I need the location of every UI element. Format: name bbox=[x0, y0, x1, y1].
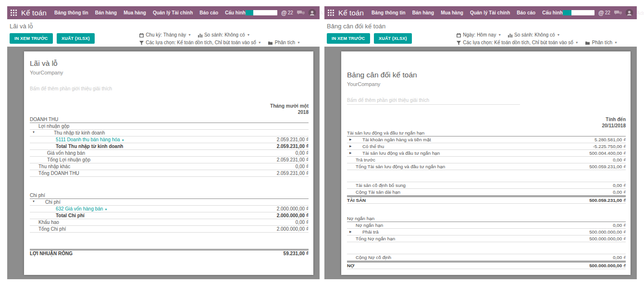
row-value: 0,00 ₫ bbox=[613, 157, 626, 162]
caret-right-icon[interactable]: ▶ bbox=[349, 144, 352, 148]
row-value: 0,00 ₫ bbox=[613, 189, 626, 195]
report-row: Chi phí bbox=[30, 192, 309, 199]
report-company: YourCompany bbox=[30, 70, 309, 75]
folder-icon bbox=[268, 41, 273, 45]
chevron-down-icon[interactable]: ▼ bbox=[104, 208, 107, 211]
report-row: Total Thu nhập từ kinh doanh2.059.231,00… bbox=[30, 143, 309, 150]
chevron-down-icon: ▼ bbox=[188, 31, 191, 39]
report-row: LỢI NHUẬN RÒNG59.231,00 ₫ bbox=[30, 249, 309, 257]
period-filter[interactable]: Chu kỳ: Tháng này▼ bbox=[139, 31, 191, 39]
avatar[interactable] bbox=[309, 9, 316, 16]
row-label: Cộng Tài sản dài hạn bbox=[347, 189, 400, 195]
report-row: Nợ ngắn hạn bbox=[347, 215, 626, 222]
comparison-filter[interactable]: So sánh: Không có▼ bbox=[508, 31, 560, 39]
action-row: IN XEM TRƯỚC XUẤT (XLSX) Chu kỳ: Tháng n… bbox=[7, 31, 320, 47]
caret-right-icon[interactable]: ▶ bbox=[349, 230, 352, 233]
window-balance-sheet: Kế toán Bảng thông tin Bán hàng Mua hàng… bbox=[324, 6, 637, 279]
options-filter[interactable]: Các lựa chọn: Kế toán dồn tích, Chỉ bút … bbox=[139, 39, 261, 47]
messages-icon[interactable] bbox=[297, 10, 305, 16]
export-xlsx-button[interactable]: XUẤT (XLSX) bbox=[374, 33, 412, 44]
menu-reports[interactable]: Báo cáo bbox=[199, 10, 218, 15]
apps-menu-icon[interactable] bbox=[328, 10, 334, 16]
row-value: 500.059.231,00 ₫ bbox=[589, 198, 626, 203]
chevron-down-icon: ▼ bbox=[557, 31, 560, 39]
caret-down-icon[interactable]: ▼ bbox=[32, 200, 35, 203]
menu-sales[interactable]: Bán hàng bbox=[412, 10, 434, 15]
report-row: NỢ500.000.000,00 ₫ bbox=[347, 261, 626, 269]
chevron-down-icon: ▼ bbox=[614, 39, 618, 47]
row-label: Tổng Lợi nhuận gộp bbox=[30, 157, 90, 162]
row-label: Tổng Nợ ngắn hạn bbox=[347, 236, 395, 241]
filters: Ngày: Hôm nay▼ So sánh: Không có▼ Các lự… bbox=[457, 31, 618, 47]
options-filter[interactable]: Các lựa chọn: Kế toán dồn tích, Chỉ bút … bbox=[457, 39, 579, 47]
avatar[interactable] bbox=[626, 9, 633, 16]
row-label: Tổng DOANH THU bbox=[30, 171, 79, 176]
account-link[interactable]: 632 Giá vốn hàng bán▼ bbox=[30, 206, 107, 211]
report-row: Giá vốn hàng bán0,00 ₫ bbox=[30, 150, 309, 157]
menu-sales[interactable]: Bán hàng bbox=[95, 10, 117, 15]
app-title[interactable]: Kế toán bbox=[338, 9, 364, 17]
menu-finance[interactable]: Quản lý Tài chính bbox=[470, 10, 510, 15]
report-intro-placeholder[interactable]: Bấm để thêm phần giới thiệu giải thích bbox=[30, 86, 309, 91]
user-name[interactable]: Administrator bbox=[637, 10, 644, 16]
menu-settings[interactable]: Cấu hình bbox=[225, 10, 246, 15]
row-label: Thu nhập từ kinh doanh bbox=[30, 130, 105, 136]
row-value: 59.231,00 ₫ bbox=[284, 251, 309, 256]
filter-icon bbox=[457, 41, 461, 45]
activity-counter[interactable]: @22 bbox=[281, 10, 293, 16]
chevron-down-icon: ▼ bbox=[247, 31, 250, 39]
caret-right-icon[interactable]: ▶ bbox=[349, 151, 352, 154]
report-page: Lãi và lỗ YourCompany Bấm để thêm phần g… bbox=[24, 51, 313, 275]
analytic-filter[interactable]: Phân tích▼ bbox=[585, 39, 618, 47]
caret-right-icon[interactable]: ▶ bbox=[349, 137, 352, 141]
row-label: Total Thu nhập từ kinh doanh bbox=[30, 144, 123, 149]
filters: Chu kỳ: Tháng này▼ So sánh: Không có▼ Cá… bbox=[139, 31, 300, 47]
caret-down-icon[interactable]: ▼ bbox=[32, 131, 35, 134]
row-value: 2.000.000,00 ₫ bbox=[277, 213, 309, 218]
analytic-filter[interactable]: Phân tích▼ bbox=[268, 39, 300, 47]
row-value: 500.000.000,00 ₫ bbox=[589, 229, 626, 235]
account-link[interactable]: 5111 Doanh thu bán hàng hóa▼ bbox=[30, 137, 124, 142]
menu-finance[interactable]: Quản lý Tài chính bbox=[153, 10, 193, 15]
report-row: Tổng Nợ ngắn hạn500.000.000,00 ₫ bbox=[347, 235, 626, 242]
comparison-filter[interactable]: So sánh: Không có▼ bbox=[198, 31, 250, 39]
report-company: YourCompany bbox=[347, 81, 626, 87]
row-label: Khấu hao bbox=[30, 220, 59, 225]
print-preview-button[interactable]: IN XEM TRƯỚC bbox=[10, 33, 53, 44]
messages-icon[interactable] bbox=[614, 10, 622, 16]
at-icon: @ bbox=[598, 10, 604, 16]
bar-chart-icon bbox=[508, 33, 512, 37]
row-label: Lợi nhuận gộp bbox=[30, 124, 69, 129]
report-row: Tài sản lưu động và đầu tư ngắn hạn bbox=[347, 130, 626, 136]
date-filter[interactable]: Ngày: Hôm nay▼ bbox=[457, 31, 501, 39]
report-row: 5111 Doanh thu bán hàng hóa▼2.059.231,00… bbox=[30, 136, 309, 143]
report-intro-placeholder[interactable]: Bấm để thêm phần giới thiệu giải thích bbox=[347, 98, 520, 105]
report-row: ▶Có thể thu-5.225.750,00 ₫ bbox=[347, 143, 626, 150]
report-row: Tổng Chi phí2.000.000,00 ₫ bbox=[30, 226, 309, 233]
menu-dashboard[interactable]: Bảng thông tin bbox=[372, 10, 406, 15]
report-title: Bảng cân đối kế toán bbox=[347, 71, 626, 79]
chevron-down-icon[interactable]: ▼ bbox=[122, 139, 124, 142]
menu-reports[interactable]: Báo cáo bbox=[517, 10, 535, 15]
bar-chart-icon bbox=[198, 33, 202, 37]
row-value: 5.280.581,00 ₫ bbox=[594, 137, 626, 142]
menu-dashboard[interactable]: Bảng thông tin bbox=[54, 10, 88, 15]
menu-purchases[interactable]: Mua hàng bbox=[124, 10, 146, 15]
activity-counter[interactable]: @22 bbox=[598, 10, 610, 16]
export-xlsx-button[interactable]: XUẤT (XLSX) bbox=[57, 33, 95, 44]
menu-purchases[interactable]: Mua hàng bbox=[441, 10, 463, 15]
chevron-down-icon: ▼ bbox=[258, 39, 261, 47]
row-label: Tài khoản ngân hàng và tiền mặt bbox=[347, 137, 431, 142]
row-label: Tổng Chi phí bbox=[30, 226, 66, 232]
breadcrumb: Bảng cân đối kế toán bbox=[327, 23, 385, 30]
row-value: 2.059.231,00 ₫ bbox=[277, 144, 309, 149]
apps-menu-icon[interactable] bbox=[11, 10, 17, 16]
report-row: ▼Thu nhập từ kinh doanh bbox=[30, 130, 309, 136]
navbar: Kế toán Bảng thông tin Bán hàng Mua hàng… bbox=[7, 6, 320, 19]
chevron-down-icon: ▼ bbox=[575, 39, 579, 47]
menu-settings[interactable]: Cấu hình bbox=[542, 10, 563, 15]
report-row: Tài sản cố định bổ sung0,00 ₫ bbox=[347, 182, 626, 189]
app-title[interactable]: Kế toán bbox=[21, 9, 47, 17]
row-label: Nợ ngắn hạn bbox=[347, 223, 383, 228]
print-preview-button[interactable]: IN XEM TRƯỚC bbox=[327, 33, 370, 44]
